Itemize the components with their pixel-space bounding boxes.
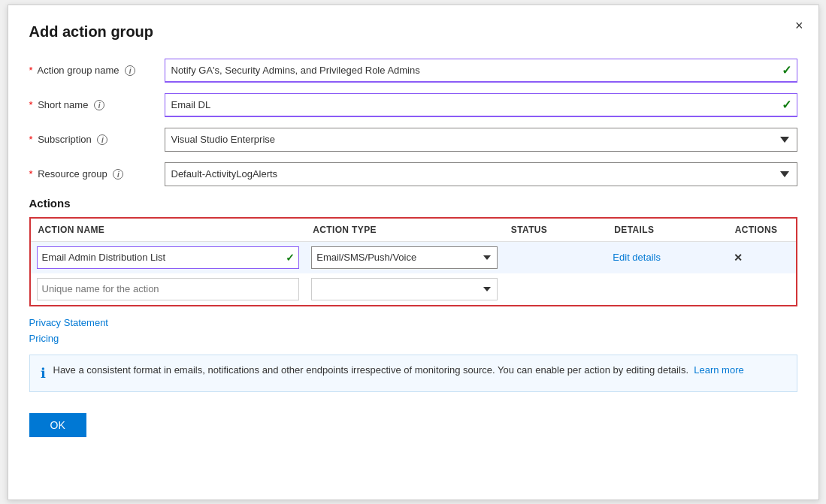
action-remove-cell: ✕ [728,241,797,273]
resource-group-label: * Resource group i [29,168,165,180]
action-name-cell: ✓ [30,241,306,273]
new-action-status-cell [504,273,607,306]
col-header-status: STATUS [504,218,607,242]
col-header-details: DETAILS [607,218,727,242]
action-type-select[interactable]: Email/SMS/Push/Voice Azure Function Logi… [311,246,498,269]
new-action-actions-cell [728,273,797,306]
action-group-name-input[interactable] [165,59,797,83]
action-name-checkmark: ✓ [286,252,295,264]
dialog-footer: OK [29,413,797,437]
col-header-action-type: ACTION TYPE [305,218,504,242]
new-action-name-cell [30,273,306,306]
info-bar-message: Have a consistent format in emails, noti… [53,363,744,378]
required-star-2: * [29,99,33,110]
ok-button[interactable]: OK [29,413,86,437]
resource-group-row: * Resource group i Default-ActivityLogAl… [29,162,797,186]
actions-table: ACTION NAME ACTION TYPE STATUS DETAILS A… [29,217,797,306]
new-action-row: Email/SMS/Push/Voice Azure Function Logi… [30,273,797,306]
links-section: Privacy Statement Pricing [29,317,797,344]
table-header-row: ACTION NAME ACTION TYPE STATUS DETAILS A… [30,218,797,242]
action-group-name-checkmark: ✓ [782,63,791,77]
col-header-action-name: ACTION NAME [30,218,306,242]
short-name-checkmark: ✓ [782,98,791,112]
resource-group-select[interactable]: Default-ActivityLogAlerts Create new [165,162,797,186]
short-name-label: * Short name i [29,99,165,111]
action-group-name-row: * Action group name i ✓ [29,59,797,83]
info-bar-icon: ℹ [41,364,46,384]
remove-action-button[interactable]: ✕ [734,252,743,264]
learn-more-link[interactable]: Learn more [694,364,743,376]
subscription-select[interactable]: Visual Studio Enterprise Pay-As-You-Go [165,128,797,152]
required-star-3: * [29,134,33,145]
required-star-4: * [29,168,33,180]
required-star: * [29,65,33,76]
short-name-info-icon[interactable]: i [94,100,104,110]
new-action-name-input[interactable] [37,278,300,300]
action-details-cell: Edit details [607,241,727,273]
short-name-input-wrap: ✓ [165,93,797,117]
add-action-group-dialog: Add action group × * Action group name i… [8,5,819,500]
privacy-statement-link[interactable]: Privacy Statement [29,317,797,328]
action-type-cell: Email/SMS/Push/Voice Azure Function Logi… [305,241,504,273]
close-button[interactable]: × [795,19,803,32]
short-name-input[interactable] [165,93,797,117]
action-group-name-info-icon[interactable]: i [125,65,135,76]
col-header-actions: ACTIONS [728,218,797,242]
table-row: ✓ Email/SMS/Push/Voice Azure Function Lo… [30,241,797,273]
action-group-name-label: * Action group name i [29,65,165,77]
action-name-input[interactable] [37,246,300,269]
resource-group-info-icon[interactable]: i [113,169,123,180]
edit-details-link[interactable]: Edit details [613,252,661,263]
actions-section-title: Actions [29,197,797,210]
action-group-name-input-wrap: ✓ [165,59,797,83]
new-action-type-select[interactable]: Email/SMS/Push/Voice Azure Function Logi… [311,278,498,300]
new-action-type-cell: Email/SMS/Push/Voice Azure Function Logi… [305,273,504,306]
dialog-title: Add action group [29,23,797,41]
subscription-label: * Subscription i [29,134,165,146]
action-name-input-wrap: ✓ [37,246,300,269]
action-status-cell [504,241,607,273]
info-bar: ℹ Have a consistent format in emails, no… [29,355,797,392]
short-name-row: * Short name i ✓ [29,93,797,117]
subscription-info-icon[interactable]: i [97,134,107,145]
subscription-row: * Subscription i Visual Studio Enterpris… [29,128,797,152]
new-action-details-cell [607,273,727,306]
pricing-link[interactable]: Pricing [29,333,797,344]
